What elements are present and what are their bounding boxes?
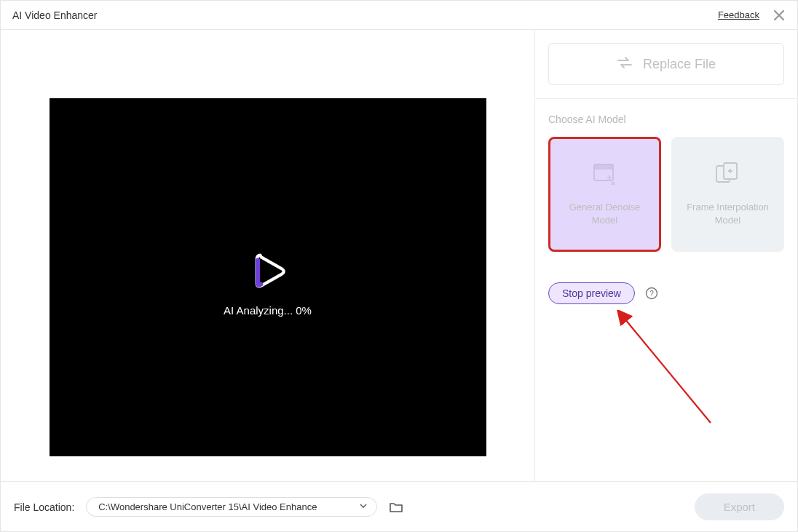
model-label-line2: Model (592, 215, 617, 226)
main-panel: AI Analyzing... 0% (1, 30, 534, 481)
model-label: Frame Interpolation Model (687, 201, 769, 226)
chevron-down-icon (359, 501, 368, 512)
header: AI Video Enhancer Feedback (1, 1, 797, 30)
model-card-frame-interpolation[interactable]: Frame Interpolation Model (671, 137, 784, 252)
stop-preview-button[interactable]: Stop preview (548, 282, 635, 304)
replace-file-button[interactable]: Replace File (548, 43, 784, 85)
analyzing-status: AI Analyzing... 0% (224, 304, 312, 317)
open-folder-button[interactable] (389, 501, 403, 514)
file-location-value: C:\Wondershare UniConverter 15\AI Video … (98, 501, 317, 512)
model-label-line2: Model (715, 215, 740, 226)
app-title: AI Video Enhancer (12, 9, 98, 21)
replace-file-label: Replace File (643, 57, 716, 72)
file-location-label: File Location: (14, 501, 74, 513)
model-label-line1: Frame Interpolation (687, 202, 769, 213)
app-logo-icon (242, 246, 293, 300)
file-location-select[interactable]: C:\Wondershare UniConverter 15\AI Video … (86, 497, 377, 517)
swap-icon (617, 57, 633, 72)
close-button[interactable] (773, 9, 786, 22)
frame-interp-icon (713, 162, 743, 191)
footer: File Location: C:\Wondershare UniConvert… (1, 481, 797, 532)
choose-model-label: Choose AI Model (548, 114, 784, 125)
folder-icon (389, 501, 403, 514)
sidebar: Replace File Choose AI Model General Den… (534, 30, 797, 481)
svg-rect-1 (594, 164, 613, 170)
content-layout: AI Analyzing... 0% Replace File Choose A… (1, 30, 797, 481)
export-button[interactable]: Export (695, 493, 784, 520)
model-label-line1: General Denoise (569, 202, 641, 213)
header-actions: Feedback (718, 9, 786, 22)
model-label: General Denoise Model (569, 201, 641, 226)
divider (535, 98, 797, 99)
model-row: General Denoise Model Frame Interpolatio… (548, 137, 784, 252)
svg-text:?: ? (649, 290, 654, 298)
close-icon (773, 9, 786, 22)
help-button[interactable]: ? (645, 287, 658, 300)
video-preview: AI Analyzing... 0% (50, 98, 486, 456)
model-card-general-denoise[interactable]: General Denoise Model (548, 137, 661, 252)
feedback-link[interactable]: Feedback (718, 9, 759, 20)
denoise-icon (590, 162, 620, 191)
help-icon: ? (645, 287, 658, 300)
stop-preview-row: Stop preview ? (548, 282, 784, 304)
